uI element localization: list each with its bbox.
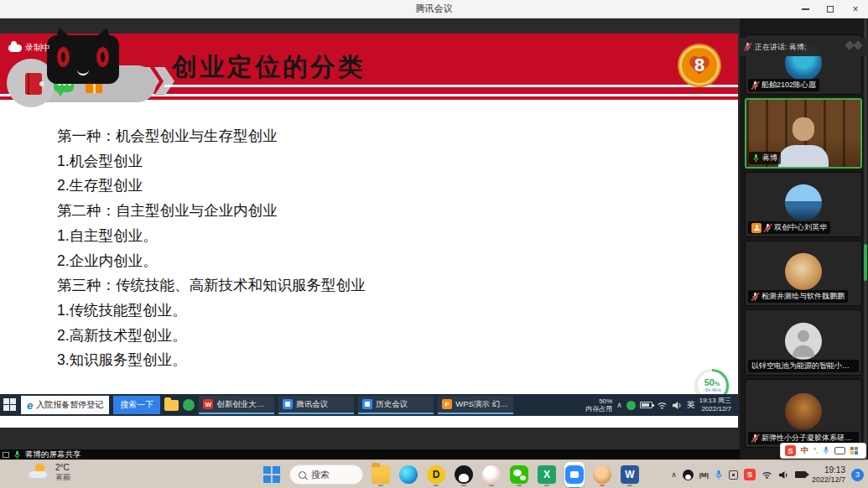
screen-share-bar: 蒋博的屏幕共享 [0,449,740,459]
start-button[interactable] [262,463,282,486]
maximize-button[interactable] [818,0,843,18]
volume-icon[interactable] [672,401,683,410]
weather-icon [29,464,50,480]
tray-expand-icon[interactable]: ∧ [616,401,622,409]
mic-muted-icon [744,42,751,52]
ime-keyboard-icon[interactable] [834,447,845,454]
participant-name: 检测井测绘与软件魏鹏鹏 [761,291,845,302]
participant-name: 以锌空电池为能源的智能小车的研究郭永... [751,361,855,371]
participant-tile[interactable]: 新弹性小分子凝胶体系研究 康丽阳 [745,379,862,448]
cat-mouth-icon [77,70,89,75]
remote-task-history[interactable]: 历史会议 [358,396,434,414]
volume-icon[interactable] [778,470,789,480]
wifi-icon[interactable] [657,401,668,410]
minimize-button[interactable] [793,0,818,18]
host-badge-icon [751,223,761,233]
remote-task-wps-doc[interactable]: W 创新创业大讲堂-第22... [199,396,274,414]
window-restore-icon[interactable] [3,452,9,458]
notification-badge[interactable]: 3 [851,469,864,481]
ime-mode-chinese[interactable]: 中 [801,445,808,456]
mic-muted-icon [764,223,772,233]
sogou-tray-icon[interactable]: S [744,469,756,480]
qq-button[interactable] [454,463,474,486]
speaker-shirt [778,145,829,167]
cpu-percent: 50% [704,378,720,387]
cloud-record-icon [8,44,22,52]
word-button[interactable]: W [620,463,640,486]
tencent-meeting-window: 腾讯会议 × 录制中 [0,0,868,488]
wps-icon: W [203,399,213,409]
antivirus-tray-icon[interactable] [626,401,636,410]
taskbar-app-icons: 搜索 D X W [262,460,640,488]
sogou-input-toolbar: S 中 °, [780,443,866,459]
speaking-label: 正在讲话: 蒋博; [755,42,807,53]
scrollbar-thumb[interactable] [864,244,867,281]
excel-button[interactable]: X [537,463,557,486]
file-explorer-button[interactable] [371,463,391,486]
participant-default-avatar [785,322,822,359]
folder-icon[interactable] [164,400,179,411]
remote-task-wps-show[interactable]: P WPS演示 幻灯片放映... [438,396,513,414]
dapp-button[interactable]: D [426,463,446,486]
wechat-button[interactable] [509,463,529,486]
wifi-icon[interactable] [761,470,772,480]
mic-muted-icon [751,292,759,302]
participant-name: 双创中心刘英华 [774,222,827,233]
maximize-icon [827,6,834,13]
weather-condition: 雾霾 [55,473,70,482]
slide-body: 第一种：机会型创业与生存型创业 1.机会型创业 2.生存型创业 第二种：自主型创… [57,124,678,373]
participant-tile[interactable]: 检测井测绘与软件魏鹏鹏 [745,241,862,306]
sidebar-scrollbar[interactable] [864,18,867,459]
sogou-logo-icon[interactable]: S [785,445,796,456]
page-number-badge: 8 [679,45,720,86]
participant-tile[interactable]: 双创中心刘英华 [745,172,862,237]
watermark-icon [846,42,861,49]
remote-ie-task[interactable]: e 入院报备暂停登记 [21,396,109,414]
weather-widget[interactable]: 2°C 雾霾 [29,463,70,482]
participant-avatar [785,184,822,221]
mic-on-icon [752,153,760,164]
slide-line: 第二种：自主型创业与企业内创业 [57,199,678,224]
browser-icon[interactable] [183,399,195,411]
participant-avatar [785,253,822,290]
slide-line: 2.生存型创业 [57,174,678,199]
remote-taskbar: e 入院报备暂停登记 搜索一下 W 创新创业大讲堂-第22... 腾讯会议 历史… [0,394,738,416]
ime-toolbox-icon[interactable] [850,447,858,454]
slide-line: 2.高新技术型创业。 [57,324,678,349]
taskbar-search[interactable]: 搜索 [289,465,363,485]
qq-tray-icon[interactable] [683,470,694,480]
input-language-indicator[interactable]: 英 [687,399,695,411]
title-underline [164,85,738,87]
window-title: 腾讯会议 [416,3,453,15]
cat-eye-icon [57,47,70,67]
participant-name: 船舶2102陈心愿 [761,80,816,91]
mic-muted-icon [751,433,759,444]
participant-tile[interactable]: 以锌空电池为能源的智能小车的研究郭永... [745,309,862,376]
remote-task-meeting[interactable]: 腾讯会议 [278,396,354,414]
camera-tray-icon[interactable] [795,471,806,478]
anime-app-button[interactable] [481,463,502,486]
edge-browser-button[interactable] [398,463,418,486]
tray-app-icon[interactable]: |M| [699,471,709,479]
slide-line: 1.机会型创业 [57,149,678,174]
microphone-tray-icon[interactable] [715,470,723,480]
memory-usage: 50% 内存占用 [585,397,612,413]
participant-tile-active-speaker[interactable]: 蒋博 [745,98,862,169]
ime-punctuation[interactable]: °, [813,447,818,454]
remote-start-button[interactable] [3,398,17,412]
close-button[interactable]: × [843,0,868,18]
ime-voice-icon[interactable] [823,446,829,455]
tray-expand-icon[interactable]: ∧ [671,470,677,479]
profile-app-button[interactable] [592,463,612,486]
window-controls: × [793,0,868,18]
share-mic-icon [13,450,21,459]
wps-show-icon: P [442,399,452,409]
ime-tray-icon[interactable] [729,470,738,480]
red-book-icon [25,73,42,95]
participant-avatar [785,393,822,430]
remote-search-button[interactable]: 搜索一下 [113,396,160,414]
slide-line: 2.企业内创业。 [57,249,678,274]
tencent-meeting-button-active[interactable] [564,463,585,486]
taskbar-clock[interactable]: 19:13 2022/12/7 [812,465,845,484]
participants-sidebar: 船舶2102陈心愿 正在讲话: 蒋博; 蒋博 [740,18,868,459]
